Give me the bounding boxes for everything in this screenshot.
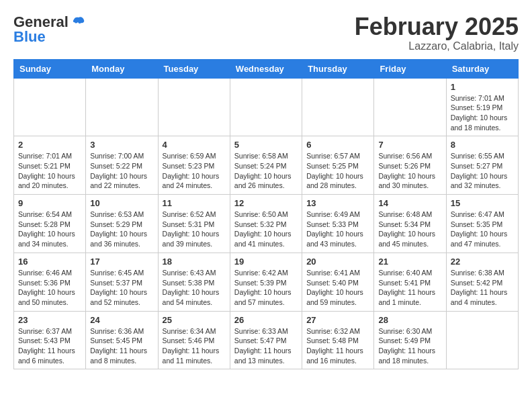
- day-info: Sunrise: 6:58 AM Sunset: 5:24 PM Dayligh…: [234, 151, 298, 191]
- day-info: Sunrise: 6:47 AM Sunset: 5:35 PM Dayligh…: [451, 210, 514, 249]
- weekday-header-monday: Monday: [86, 59, 158, 78]
- location-subtitle: Lazzaro, Calabria, Italy: [355, 40, 519, 52]
- calendar-cell: [14, 78, 86, 136]
- calendar-cell: [230, 78, 302, 136]
- calendar-cell: 28Sunrise: 6:30 AM Sunset: 5:49 PM Dayli…: [374, 311, 446, 369]
- day-number: 18: [163, 257, 226, 267]
- calendar-cell: 15Sunrise: 6:47 AM Sunset: 5:35 PM Dayli…: [446, 195, 518, 253]
- day-info: Sunrise: 6:40 AM Sunset: 5:41 PM Dayligh…: [378, 268, 441, 308]
- day-number: 16: [18, 257, 81, 267]
- weekday-header-tuesday: Tuesday: [158, 59, 230, 78]
- day-info: Sunrise: 6:53 AM Sunset: 5:29 PM Dayligh…: [90, 210, 153, 249]
- calendar-cell: [158, 78, 230, 136]
- calendar-cell: 19Sunrise: 6:42 AM Sunset: 5:39 PM Dayli…: [230, 253, 302, 311]
- day-number: 23: [18, 315, 81, 325]
- calendar-cell: 26Sunrise: 6:33 AM Sunset: 5:47 PM Dayli…: [230, 311, 302, 369]
- calendar-cell: 27Sunrise: 6:32 AM Sunset: 5:48 PM Dayli…: [302, 311, 374, 369]
- day-number: 24: [90, 315, 153, 325]
- calendar-cell: 16Sunrise: 6:46 AM Sunset: 5:36 PM Dayli…: [14, 253, 86, 311]
- day-number: 13: [306, 198, 369, 208]
- day-info: Sunrise: 6:52 AM Sunset: 5:31 PM Dayligh…: [163, 210, 226, 249]
- day-info: Sunrise: 6:36 AM Sunset: 5:45 PM Dayligh…: [90, 326, 153, 366]
- title-block: February 2025 Lazzaro, Calabria, Italy: [355, 13, 519, 52]
- calendar-cell: 24Sunrise: 6:36 AM Sunset: 5:45 PM Dayli…: [86, 311, 158, 369]
- day-number: 10: [90, 198, 153, 208]
- month-title: February 2025: [355, 13, 519, 40]
- day-number: 25: [163, 315, 226, 325]
- calendar-cell: 10Sunrise: 6:53 AM Sunset: 5:29 PM Dayli…: [86, 195, 158, 253]
- calendar-cell: 6Sunrise: 6:57 AM Sunset: 5:25 PM Daylig…: [302, 136, 374, 195]
- calendar-cell: 8Sunrise: 6:55 AM Sunset: 5:27 PM Daylig…: [446, 136, 518, 195]
- day-number: 6: [306, 140, 369, 150]
- logo-blue-text: Blue: [13, 28, 46, 46]
- day-number: 12: [234, 198, 298, 208]
- calendar-cell: 7Sunrise: 6:56 AM Sunset: 5:26 PM Daylig…: [374, 136, 446, 195]
- logo-bird-icon: [71, 15, 86, 30]
- calendar-cell: 20Sunrise: 6:41 AM Sunset: 5:40 PM Dayli…: [302, 253, 374, 311]
- day-number: 8: [451, 140, 514, 150]
- day-number: 15: [451, 198, 514, 208]
- day-number: 22: [451, 257, 514, 267]
- day-info: Sunrise: 6:43 AM Sunset: 5:38 PM Dayligh…: [163, 268, 226, 308]
- day-info: Sunrise: 7:00 AM Sunset: 5:22 PM Dayligh…: [90, 151, 153, 191]
- calendar-cell: 25Sunrise: 6:34 AM Sunset: 5:46 PM Dayli…: [158, 311, 230, 369]
- day-info: Sunrise: 6:45 AM Sunset: 5:37 PM Dayligh…: [90, 268, 153, 308]
- day-info: Sunrise: 6:54 AM Sunset: 5:28 PM Dayligh…: [18, 210, 81, 249]
- weekday-header-row: SundayMondayTuesdayWednesdayThursdayFrid…: [14, 59, 519, 78]
- day-number: 28: [378, 315, 441, 325]
- calendar-cell: 23Sunrise: 6:37 AM Sunset: 5:43 PM Dayli…: [14, 311, 86, 369]
- day-info: Sunrise: 6:57 AM Sunset: 5:25 PM Dayligh…: [306, 151, 369, 191]
- day-info: Sunrise: 6:50 AM Sunset: 5:32 PM Dayligh…: [234, 210, 298, 249]
- day-number: 17: [90, 257, 153, 267]
- weekday-header-thursday: Thursday: [302, 59, 374, 78]
- calendar-cell: 3Sunrise: 7:00 AM Sunset: 5:22 PM Daylig…: [86, 136, 158, 195]
- calendar-cell: 12Sunrise: 6:50 AM Sunset: 5:32 PM Dayli…: [230, 195, 302, 253]
- day-info: Sunrise: 6:56 AM Sunset: 5:26 PM Dayligh…: [378, 151, 441, 191]
- day-info: Sunrise: 6:49 AM Sunset: 5:33 PM Dayligh…: [306, 210, 369, 249]
- calendar-table: SundayMondayTuesdayWednesdayThursdayFrid…: [13, 59, 519, 370]
- calendar-cell: [374, 78, 446, 136]
- logo: General Blue: [13, 13, 86, 46]
- calendar-cell: 11Sunrise: 6:52 AM Sunset: 5:31 PM Dayli…: [158, 195, 230, 253]
- day-info: Sunrise: 6:48 AM Sunset: 5:34 PM Dayligh…: [378, 210, 441, 249]
- day-info: Sunrise: 7:01 AM Sunset: 5:19 PM Dayligh…: [451, 93, 514, 133]
- day-info: Sunrise: 6:42 AM Sunset: 5:39 PM Dayligh…: [234, 268, 298, 308]
- calendar-week-4: 23Sunrise: 6:37 AM Sunset: 5:43 PM Dayli…: [14, 311, 519, 369]
- day-number: 7: [378, 140, 441, 150]
- day-number: 1: [451, 82, 514, 92]
- day-info: Sunrise: 6:33 AM Sunset: 5:47 PM Dayligh…: [234, 326, 298, 366]
- day-number: 9: [18, 198, 81, 208]
- day-number: 2: [18, 140, 81, 150]
- day-number: 4: [163, 140, 226, 150]
- day-info: Sunrise: 6:55 AM Sunset: 5:27 PM Dayligh…: [451, 151, 514, 191]
- calendar-cell: 13Sunrise: 6:49 AM Sunset: 5:33 PM Dayli…: [302, 195, 374, 253]
- day-number: 21: [378, 257, 441, 267]
- day-info: Sunrise: 7:01 AM Sunset: 5:21 PM Dayligh…: [18, 151, 81, 191]
- page-header: General Blue February 2025 Lazzaro, Cala…: [13, 13, 519, 52]
- day-number: 3: [90, 140, 153, 150]
- calendar-cell: 14Sunrise: 6:48 AM Sunset: 5:34 PM Dayli…: [374, 195, 446, 253]
- calendar-cell: 2Sunrise: 7:01 AM Sunset: 5:21 PM Daylig…: [14, 136, 86, 195]
- day-number: 20: [306, 257, 369, 267]
- day-number: 11: [163, 198, 226, 208]
- calendar-week-1: 2Sunrise: 7:01 AM Sunset: 5:21 PM Daylig…: [14, 136, 519, 195]
- calendar-cell: 1Sunrise: 7:01 AM Sunset: 5:19 PM Daylig…: [446, 78, 518, 136]
- calendar-cell: 17Sunrise: 6:45 AM Sunset: 5:37 PM Dayli…: [86, 253, 158, 311]
- day-info: Sunrise: 6:41 AM Sunset: 5:40 PM Dayligh…: [306, 268, 369, 308]
- calendar-cell: [302, 78, 374, 136]
- day-info: Sunrise: 6:59 AM Sunset: 5:23 PM Dayligh…: [163, 151, 226, 191]
- day-info: Sunrise: 6:32 AM Sunset: 5:48 PM Dayligh…: [306, 326, 369, 366]
- calendar-cell: [86, 78, 158, 136]
- day-info: Sunrise: 6:38 AM Sunset: 5:42 PM Dayligh…: [451, 268, 514, 308]
- weekday-header-sunday: Sunday: [14, 59, 86, 78]
- weekday-header-friday: Friday: [374, 59, 446, 78]
- calendar-cell: 4Sunrise: 6:59 AM Sunset: 5:23 PM Daylig…: [158, 136, 230, 195]
- calendar-week-0: 1Sunrise: 7:01 AM Sunset: 5:19 PM Daylig…: [14, 78, 519, 136]
- weekday-header-wednesday: Wednesday: [230, 59, 302, 78]
- day-number: 14: [378, 198, 441, 208]
- day-number: 27: [306, 315, 369, 325]
- calendar-cell: 21Sunrise: 6:40 AM Sunset: 5:41 PM Dayli…: [374, 253, 446, 311]
- weekday-header-saturday: Saturday: [446, 59, 518, 78]
- calendar-cell: [446, 311, 518, 369]
- day-info: Sunrise: 6:30 AM Sunset: 5:49 PM Dayligh…: [378, 326, 441, 366]
